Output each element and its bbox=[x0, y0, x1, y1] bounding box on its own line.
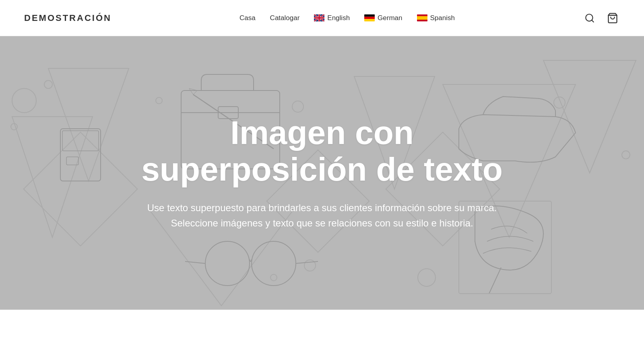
cart-icon bbox=[607, 12, 618, 24]
hero-content: Imagen con superposición de texto Use te… bbox=[101, 115, 543, 231]
svg-rect-5 bbox=[417, 16, 427, 20]
svg-line-7 bbox=[592, 20, 594, 22]
nav-catalogar[interactable]: Catalogar bbox=[270, 14, 300, 22]
hero-title: Imagen con superposición de texto bbox=[133, 115, 511, 187]
lang-spanish[interactable]: Spanish bbox=[417, 14, 455, 22]
nav-casa[interactable]: Casa bbox=[239, 14, 256, 22]
svg-rect-2 bbox=[364, 17, 375, 19]
brand-logo[interactable]: DEMOSTRACIÓN bbox=[24, 13, 111, 23]
lang-english[interactable]: English bbox=[314, 14, 350, 22]
svg-rect-3 bbox=[364, 19, 375, 21]
search-button[interactable] bbox=[583, 11, 597, 25]
hero-subtitle: Use texto superpuesto para brindarles a … bbox=[141, 200, 503, 231]
lang-german-label: German bbox=[378, 14, 402, 22]
search-icon bbox=[584, 13, 595, 23]
cart-button[interactable] bbox=[605, 11, 620, 25]
page-bottom bbox=[0, 310, 644, 362]
lang-german[interactable]: German bbox=[364, 14, 402, 22]
svg-rect-1 bbox=[364, 14, 375, 17]
flag-es-icon bbox=[417, 14, 427, 22]
main-nav: Casa Catalogar English bbox=[239, 14, 455, 22]
lang-spanish-label: Spanish bbox=[430, 14, 455, 22]
lang-english-label: English bbox=[327, 14, 350, 22]
site-header: DEMOSTRACIÓN Casa Catalogar English bbox=[0, 0, 644, 36]
flag-uk-icon bbox=[314, 14, 324, 22]
header-icons bbox=[583, 11, 620, 25]
hero-section: Imagen con superposición de texto Use te… bbox=[0, 36, 644, 310]
flag-de-icon bbox=[364, 14, 375, 22]
